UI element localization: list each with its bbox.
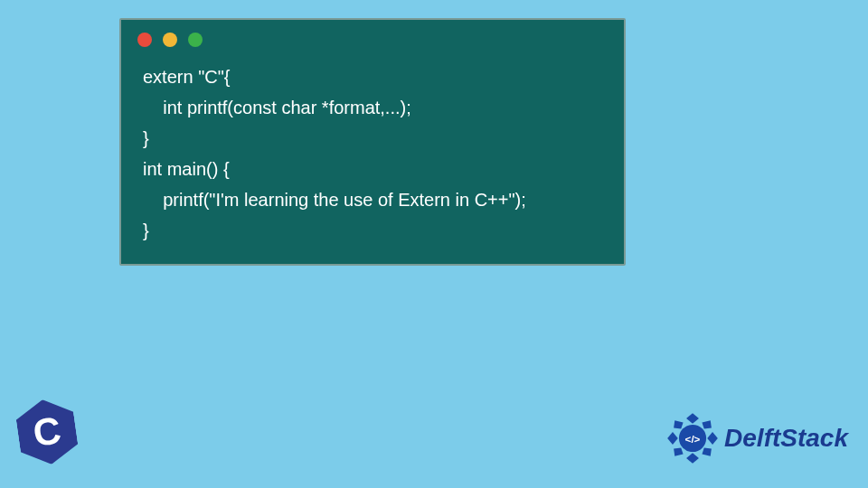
c-letter: C bbox=[31, 408, 64, 455]
svg-marker-6 bbox=[674, 447, 683, 455]
delftstack-logo: </> DelftStack bbox=[666, 412, 848, 465]
code-line: int printf(const char *format,...); bbox=[143, 98, 411, 117]
code-line: extern "C"{ bbox=[143, 67, 230, 87]
code-line: } bbox=[143, 221, 149, 240]
gear-icon: </> bbox=[666, 412, 719, 465]
svg-marker-7 bbox=[703, 447, 712, 455]
svg-marker-3 bbox=[707, 432, 718, 445]
svg-marker-5 bbox=[703, 420, 712, 428]
code-window: extern "C"{ int printf(const char *forma… bbox=[119, 18, 626, 266]
brand-name: DelftStack bbox=[724, 424, 848, 453]
code-content: extern "C"{ int printf(const char *forma… bbox=[121, 54, 624, 264]
svg-marker-2 bbox=[667, 432, 678, 445]
code-line: } bbox=[143, 128, 149, 148]
hexagon-icon: C bbox=[14, 396, 80, 468]
svg-marker-0 bbox=[686, 413, 699, 424]
c-language-logo: C bbox=[18, 399, 81, 468]
maximize-icon bbox=[188, 33, 203, 47]
minimize-icon bbox=[163, 33, 177, 47]
window-titlebar bbox=[121, 20, 624, 54]
svg-marker-1 bbox=[686, 453, 699, 464]
code-line: printf("I'm learning the use of Extern i… bbox=[143, 190, 526, 210]
code-line: int main() { bbox=[143, 159, 230, 179]
code-bracket-icon: </> bbox=[685, 433, 701, 445]
svg-marker-4 bbox=[674, 420, 683, 428]
close-icon bbox=[137, 33, 152, 47]
